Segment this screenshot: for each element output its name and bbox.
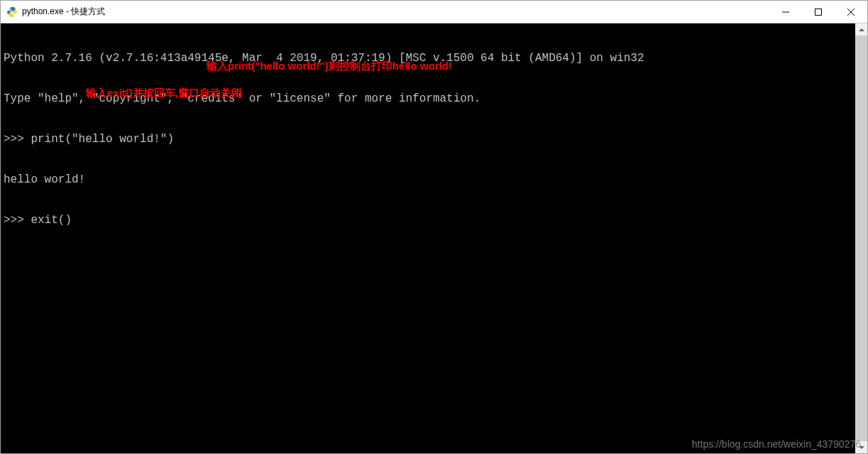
python-icon: [6, 6, 18, 18]
maximize-button[interactable]: [802, 1, 835, 23]
annotation-print: 输入print("hello world!")则控制台打印hello world…: [207, 59, 452, 72]
annotation-exit: 输入exit()并按回车,窗口自动关闭: [86, 86, 242, 99]
titlebar-buttons: [769, 1, 867, 23]
console-line-output: hello world!: [4, 173, 852, 187]
scrollbar-up-button[interactable]: [855, 23, 867, 36]
scrollbar-track[interactable]: [855, 36, 867, 441]
app-window: python.exe - 快捷方式 Python 2.7.16: [0, 0, 868, 454]
vertical-scrollbar[interactable]: [855, 23, 867, 453]
maximize-icon: [815, 9, 822, 16]
titlebar[interactable]: python.exe - 快捷方式: [1, 1, 867, 23]
close-button[interactable]: [835, 1, 867, 23]
minimize-button[interactable]: [769, 1, 802, 23]
watermark: https://blog.csdn.net/weixin_43790276: [692, 438, 861, 450]
scrollbar-thumb[interactable]: [855, 36, 867, 441]
minimize-icon: [782, 9, 789, 16]
chevron-up-icon: [859, 28, 864, 31]
console-area: Python 2.7.16 (v2.7.16:413a49145e, Mar 4…: [1, 23, 867, 453]
close-icon: [847, 9, 855, 16]
console-line-input-print: >>> print("hello world!"): [4, 133, 852, 146]
console-line-input-exit: >>> exit(): [4, 214, 852, 227]
svg-rect-1: [815, 9, 822, 15]
console-content[interactable]: Python 2.7.16 (v2.7.16:413a49145e, Mar 4…: [1, 23, 855, 453]
window-title: python.exe - 快捷方式: [22, 6, 769, 18]
